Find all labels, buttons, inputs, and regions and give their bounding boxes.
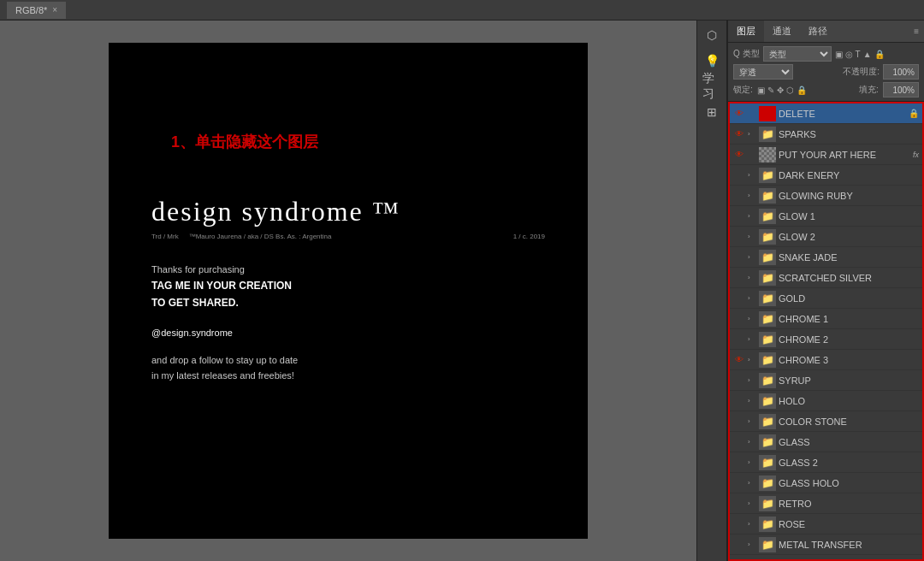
layer-chevron[interactable]: › bbox=[748, 520, 756, 528]
tab-layers[interactable]: 图层 bbox=[728, 21, 764, 42]
icon-text[interactable]: T bbox=[856, 50, 861, 59]
eye-button[interactable] bbox=[733, 498, 745, 510]
layer-chevron[interactable]: › bbox=[748, 499, 756, 507]
eye-button[interactable]: 👁 bbox=[733, 108, 745, 120]
layer-item[interactable]: ›📁CHROME 1 bbox=[730, 309, 922, 329]
layer-name: GLASS HOLO bbox=[779, 478, 919, 488]
eye-button[interactable] bbox=[733, 539, 745, 551]
layer-item[interactable]: ›📁GLOW 2 bbox=[730, 227, 922, 247]
icon-adjust[interactable]: ◎ bbox=[845, 50, 853, 59]
layer-item[interactable]: ›📁SYRUP bbox=[730, 370, 922, 391]
layer-item[interactable]: ›📁ROSE bbox=[730, 514, 922, 534]
layer-item[interactable]: ›📁COLOR STONE bbox=[730, 411, 922, 432]
layer-chevron[interactable]: › bbox=[748, 397, 756, 405]
layer-item[interactable]: 👁›📁CHROME 3 bbox=[730, 350, 922, 370]
layer-item[interactable]: ›📁GLOWING RUBY bbox=[730, 186, 922, 206]
lock-icon-4[interactable]: ⬡ bbox=[786, 86, 794, 95]
eye-button[interactable] bbox=[733, 395, 745, 407]
layer-item[interactable]: ›📁SNAKE JADE bbox=[730, 247, 922, 268]
icon-shape[interactable]: ▲ bbox=[863, 50, 872, 59]
layer-item[interactable]: ›📁GLOW 1 bbox=[730, 206, 922, 227]
layer-chevron[interactable]: › bbox=[748, 458, 756, 466]
panel-collapse-button[interactable]: ≡ bbox=[909, 23, 924, 39]
eye-button[interactable] bbox=[733, 436, 745, 448]
eye-button[interactable]: 👁 bbox=[733, 354, 745, 366]
eye-button[interactable] bbox=[733, 477, 745, 489]
blend-select[interactable]: 穿透 bbox=[733, 64, 793, 80]
fill-input[interactable] bbox=[883, 82, 919, 97]
layer-chevron[interactable]: › bbox=[748, 315, 756, 322]
document-tab[interactable]: RGB/8* × bbox=[7, 2, 66, 19]
layer-chevron[interactable]: › bbox=[748, 376, 756, 384]
layer-item[interactable]: ›📁GOLD bbox=[730, 288, 922, 309]
eye-button[interactable] bbox=[733, 231, 745, 243]
folder-icon: 📁 bbox=[761, 354, 774, 366]
layer-chevron[interactable]: › bbox=[748, 438, 756, 446]
eye-button[interactable] bbox=[733, 416, 745, 428]
eye-button[interactable] bbox=[733, 272, 745, 284]
layer-item[interactable]: 👁DELETE🔒 bbox=[730, 103, 922, 124]
layer-item[interactable]: ›📁CHROME 2 bbox=[730, 329, 922, 350]
eye-button[interactable] bbox=[733, 210, 745, 222]
layer-thumbnail: 📁 bbox=[759, 393, 776, 409]
layer-item[interactable]: 👁PUT YOUR ART HEREfx bbox=[730, 145, 922, 165]
eye-button[interactable] bbox=[733, 169, 745, 181]
eye-button[interactable] bbox=[733, 375, 745, 387]
layer-chevron[interactable]: › bbox=[748, 417, 756, 425]
tool-icon-3[interactable]: 学习 bbox=[702, 77, 721, 96]
layer-chevron[interactable]: › bbox=[748, 356, 756, 363]
canvas-background[interactable]: design syndrome ™ Trd / Mrk ™Mauro Jaure… bbox=[0, 21, 696, 561]
doc-line1: Thanks for purchasing bbox=[151, 264, 545, 275]
tab-paths[interactable]: 路径 bbox=[800, 21, 836, 42]
right-sidebar: 图层 通道 路径 ≡ Q 类型 类型 ▣ ◎ T ▲ 🔒 bbox=[727, 21, 924, 561]
layer-chevron[interactable]: › bbox=[748, 253, 756, 261]
layer-item[interactable]: ›📁GLASS 2 bbox=[730, 452, 922, 473]
eye-button[interactable] bbox=[733, 518, 745, 530]
lock-icon-2[interactable]: ✎ bbox=[767, 86, 774, 95]
eye-button[interactable] bbox=[733, 334, 745, 345]
eye-button[interactable] bbox=[733, 251, 745, 263]
eye-button[interactable]: 👁 bbox=[733, 149, 745, 161]
type-select[interactable]: 类型 bbox=[763, 46, 832, 62]
tab-channels[interactable]: 通道 bbox=[764, 21, 800, 42]
layer-list[interactable]: 👁DELETE🔒👁›📁SPARKS👁PUT YOUR ART HEREfx›📁D… bbox=[728, 102, 924, 561]
layer-chevron[interactable]: › bbox=[748, 233, 756, 240]
layer-chevron[interactable]: › bbox=[748, 335, 756, 343]
lock-icon-3[interactable]: ✥ bbox=[777, 86, 784, 95]
layer-item[interactable]: ›📁HOLO bbox=[730, 391, 922, 411]
icon-pixel[interactable]: ▣ bbox=[835, 50, 843, 59]
tab-close-button[interactable]: × bbox=[52, 5, 57, 15]
layer-chevron[interactable]: › bbox=[748, 294, 756, 302]
layer-item[interactable]: ›📁SCRATCHED SILVER bbox=[730, 268, 922, 288]
doc-line2: TAG ME IN YOUR CREATION bbox=[151, 280, 545, 292]
layer-chevron[interactable]: › bbox=[748, 192, 756, 199]
layer-chevron[interactable]: › bbox=[748, 130, 756, 138]
meta-trd: Trd / Mrk bbox=[151, 233, 179, 240]
layer-item[interactable]: ›📁GLASS bbox=[730, 432, 922, 452]
layer-chevron[interactable]: › bbox=[748, 274, 756, 281]
eye-button[interactable] bbox=[733, 313, 745, 325]
lock-icon-1[interactable]: ▣ bbox=[757, 86, 765, 95]
layer-item[interactable]: ›📁METAL TRANSFER bbox=[730, 534, 922, 555]
layer-item[interactable]: ›📁RETRO bbox=[730, 493, 922, 514]
layer-item[interactable]: 👁›📁SPARKS bbox=[730, 124, 922, 145]
tool-icon-2[interactable]: 💡 bbox=[702, 51, 721, 70]
lock-icon-5[interactable]: 🔒 bbox=[797, 86, 807, 95]
tool-icon-1[interactable]: ⬡ bbox=[702, 26, 721, 44]
layer-chevron[interactable]: › bbox=[748, 212, 756, 220]
layer-chevron[interactable]: › bbox=[748, 171, 756, 179]
eye-button[interactable] bbox=[733, 457, 745, 469]
folder-icon: 📁 bbox=[761, 169, 774, 181]
layer-item[interactable]: ›📁GLASS HOLO bbox=[730, 473, 922, 493]
tool-icon-4[interactable]: ⊞ bbox=[702, 103, 721, 121]
icon-lock2[interactable]: 🔒 bbox=[874, 50, 885, 59]
layer-chevron[interactable]: › bbox=[748, 540, 756, 548]
layer-item[interactable]: ›📁DARK ENERY bbox=[730, 165, 922, 186]
document-body: Thanks for purchasing TAG ME IN YOUR CRE… bbox=[151, 264, 545, 386]
layer-chevron[interactable]: › bbox=[748, 479, 756, 487]
eye-button[interactable] bbox=[733, 292, 745, 304]
eye-button[interactable]: 👁 bbox=[733, 128, 745, 140]
layer-name: CHROME 3 bbox=[779, 355, 919, 365]
eye-button[interactable] bbox=[733, 190, 745, 202]
opacity-input[interactable] bbox=[883, 64, 919, 80]
